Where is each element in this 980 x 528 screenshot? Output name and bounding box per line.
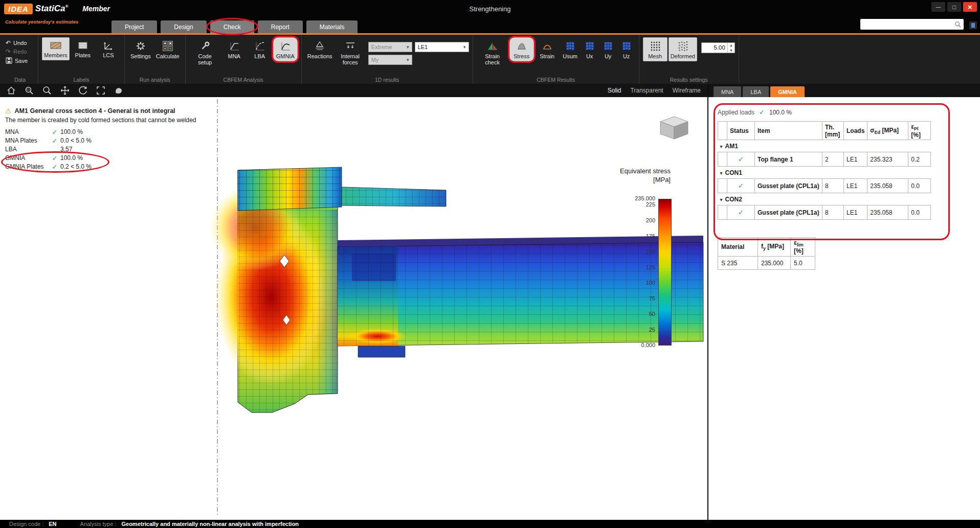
applied-loads-row: Applied loads 100.0 % <box>718 108 980 116</box>
legend-tick: 225 <box>619 201 655 208</box>
table-row[interactable]: Top flange 1 2 LE1 235.323 0.2 <box>718 152 931 167</box>
close-button[interactable] <box>963 2 977 12</box>
result-row-lba: LBA3.57 <box>5 145 220 153</box>
result-row-mna-plates: MNA Plates0.0 < 5.0 % <box>5 136 220 145</box>
search-input[interactable] <box>860 21 954 28</box>
lba-button[interactable]: LBA <box>248 37 272 61</box>
warning-text: The member is created by cold formed sec… <box>5 117 220 124</box>
strain-button[interactable]: Strain <box>535 37 560 61</box>
panel-toggle-icon[interactable] <box>969 21 977 29</box>
display-mode-solid[interactable]: Solid <box>608 87 621 94</box>
group-row-con1[interactable]: CON1 <box>718 167 931 179</box>
table-row[interactable]: Gusset plate (CPL1a) 8 LE1 235.058 0.0 <box>718 179 931 193</box>
check-icon <box>52 154 58 162</box>
ribbon-group-labels: Members Plates LCS Labels <box>38 35 125 84</box>
stress-button[interactable]: Stress <box>509 37 534 61</box>
pan-icon[interactable] <box>60 85 70 96</box>
scale-spinner[interactable]: 5.00 ▲▼ <box>701 42 735 53</box>
usum-button[interactable]: Usum <box>561 37 580 61</box>
check-summary-panel: AM1 General cross section 4 - General is… <box>5 107 220 171</box>
ux-button[interactable]: Ux <box>581 37 598 61</box>
viewport-toolbar: Solid Transparent Wireframe <box>0 84 708 97</box>
search-box <box>860 19 964 30</box>
tab-design[interactable]: Design <box>161 20 206 33</box>
tab-lba-results[interactable]: LBA <box>743 86 769 97</box>
internal-forces-icon <box>345 40 356 52</box>
table-row[interactable]: Gusset plate (CPL1a) 8 LE1 235.058 0.0 <box>718 205 931 220</box>
display-mode-transparent[interactable]: Transparent <box>630 87 663 94</box>
calculate-icon <box>162 40 173 52</box>
ux-icon <box>584 40 595 52</box>
mesh-button[interactable]: Mesh <box>643 37 667 61</box>
strain-icon <box>542 40 553 52</box>
redo-button[interactable]: ↷Redo <box>6 49 34 55</box>
tab-project[interactable]: Project <box>112 20 157 33</box>
tab-report[interactable]: Report <box>258 20 303 33</box>
save-icon <box>6 57 12 64</box>
tagline: Calculate yesterday's estimates <box>5 19 78 25</box>
search-icon[interactable] <box>954 21 962 28</box>
reactions-button[interactable]: Reactions <box>305 37 335 61</box>
plates-button[interactable]: Plates <box>71 37 95 60</box>
collapse-icon[interactable] <box>719 169 725 176</box>
legend-tick: 0.000 <box>619 342 655 348</box>
reactions-icon <box>314 40 325 52</box>
app-window: IDEA StatiCa® Member Strengthening Calcu… <box>0 0 980 528</box>
tab-materials[interactable]: Materials <box>306 20 358 33</box>
my-dropdown[interactable]: My <box>368 55 412 65</box>
idea-statica-logo: IDEA StatiCa® <box>4 4 68 14</box>
gmnia-button[interactable]: GMNIA <box>273 37 298 61</box>
maximize-button[interactable] <box>947 2 961 12</box>
tab-mna-results[interactable]: MNA <box>714 86 741 97</box>
internal-forces-button[interactable]: Internal forces <box>336 37 365 67</box>
collapse-icon[interactable] <box>719 143 725 150</box>
uy-icon <box>603 40 614 52</box>
legend-tick: 235.000 <box>619 195 655 201</box>
members-button[interactable]: Members <box>42 37 70 60</box>
check-icon <box>738 209 744 216</box>
ribbon-group-cbfem-analysis: Code setup MNA LBA GMNIA CBFEM Analysis <box>186 35 302 84</box>
code-setup-button[interactable]: Code setup <box>189 37 221 67</box>
ribbon-group-results-settings: Mesh Deformed 5.00 ▲▼ Results settings <box>639 35 739 84</box>
settings-button[interactable]: Settings <box>128 37 153 61</box>
group-row-am1[interactable]: AM1 <box>718 140 931 152</box>
minimize-button[interactable] <box>931 2 945 12</box>
legend-tick: 125 <box>619 264 655 270</box>
lcs-button[interactable]: LCS <box>96 37 121 60</box>
zoom-fit-icon[interactable] <box>96 85 106 96</box>
mna-button[interactable]: MNA <box>222 37 247 61</box>
group-row-con2[interactable]: CON2 <box>718 193 931 205</box>
zoom-icon[interactable] <box>42 85 52 96</box>
uz-button[interactable]: Uz <box>618 37 635 61</box>
strain-check-button[interactable]: Strain check <box>477 37 508 67</box>
spinner-down-icon[interactable]: ▼ <box>728 48 734 53</box>
check-icon <box>738 155 744 163</box>
calculate-button[interactable]: Calculate <box>154 37 182 61</box>
wrench-icon <box>199 40 211 52</box>
tab-gmnia-results[interactable]: GMNIA <box>770 86 805 97</box>
orbit-icon[interactable] <box>78 85 88 96</box>
model-viewport[interactable]: AM1 General cross section 4 - General is… <box>0 97 708 520</box>
save-button[interactable]: Save <box>6 57 34 64</box>
module-name: Member <box>82 5 110 13</box>
results-panel-tabs: MNA LBA GMNIA <box>708 84 980 97</box>
plate-check-table: Status Item Th.[mm] Loads σEd [MPa] εPl … <box>718 121 931 220</box>
strain-check-icon <box>487 40 498 52</box>
appearance-icon[interactable] <box>114 85 124 96</box>
gmnia-curve-icon <box>280 40 291 52</box>
zoom-window-icon[interactable] <box>24 85 34 96</box>
undo-button[interactable]: ↶Undo <box>6 40 34 46</box>
extreme-dropdown[interactable]: Extreme <box>368 42 412 52</box>
uy-button[interactable]: Uy <box>599 37 617 61</box>
loadcase-dropdown[interactable]: LE1 <box>415 42 469 52</box>
deformed-button[interactable]: Deformed <box>669 37 697 61</box>
home-view-icon[interactable] <box>6 85 16 96</box>
view-cube[interactable] <box>655 114 693 141</box>
usum-icon <box>565 40 576 52</box>
spinner-up-icon[interactable]: ▲ <box>728 43 734 48</box>
collapse-icon[interactable] <box>719 196 725 203</box>
display-mode-wireframe[interactable]: Wireframe <box>673 87 701 94</box>
check-icon <box>52 128 58 136</box>
tab-check[interactable]: Check <box>210 20 254 33</box>
result-row-mna: MNA100.0 % <box>5 128 220 136</box>
